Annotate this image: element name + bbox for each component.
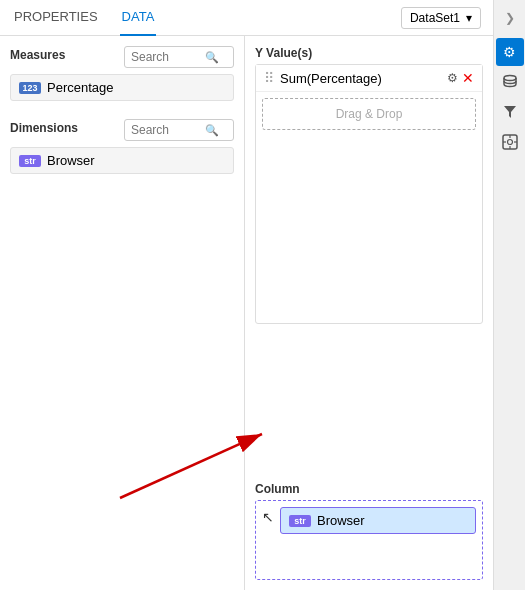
settings-sidebar-icon[interactable]: ⚙ bbox=[496, 38, 524, 66]
svg-marker-3 bbox=[504, 106, 516, 118]
sum-item-close-icon[interactable]: ✕ bbox=[462, 70, 474, 86]
cursor-icon: ↖ bbox=[262, 509, 274, 525]
filter-sidebar-icon[interactable] bbox=[496, 98, 524, 126]
column-drop-area[interactable]: ↖ str Browser bbox=[255, 500, 483, 580]
dimensions-field-browser[interactable]: str Browser bbox=[10, 147, 234, 174]
dimensions-search-icon: 🔍 bbox=[205, 124, 219, 137]
dataset-dropdown[interactable]: DataSet1 ▾ bbox=[401, 7, 481, 29]
measures-search-input[interactable] bbox=[131, 50, 201, 64]
dimensions-section: Dimensions 🔍 str Browser bbox=[10, 119, 234, 174]
sum-item-left: ⠿ Sum(Percentage) bbox=[264, 70, 382, 86]
svg-point-5 bbox=[507, 140, 512, 145]
database-sidebar-icon[interactable] bbox=[496, 68, 524, 96]
svg-point-2 bbox=[504, 76, 516, 81]
tab-properties[interactable]: PROPERTIES bbox=[12, 0, 100, 36]
column-badge: str bbox=[289, 515, 311, 527]
tab-data[interactable]: DATA bbox=[120, 0, 157, 36]
measures-label: Measures bbox=[10, 48, 65, 62]
dataset-label: DataSet1 bbox=[410, 11, 460, 25]
column-field-name: Browser bbox=[317, 513, 365, 528]
measures-field-name: Percentage bbox=[47, 80, 114, 95]
dimensions-search-box[interactable]: 🔍 bbox=[124, 119, 234, 141]
dataset-selector: DataSet1 ▾ bbox=[401, 7, 481, 29]
right-sidebar: ❯ ⚙ bbox=[493, 0, 525, 590]
panels: Measures 🔍 123 Percentage bbox=[0, 36, 493, 590]
y-values-label: Y Value(s) bbox=[255, 46, 483, 60]
measures-section: Measures 🔍 123 Percentage bbox=[10, 46, 234, 101]
sum-item-gear-icon[interactable]: ⚙ bbox=[447, 71, 458, 85]
drag-handle-icon: ⠿ bbox=[264, 70, 274, 86]
measures-field-percentage[interactable]: 123 Percentage bbox=[10, 74, 234, 101]
sum-item-text: Sum(Percentage) bbox=[280, 71, 382, 86]
panels-wrapper: Measures 🔍 123 Percentage bbox=[0, 36, 493, 590]
left-panel: Measures 🔍 123 Percentage bbox=[0, 36, 245, 590]
measures-header: Measures 🔍 bbox=[10, 46, 234, 68]
column-label: Column bbox=[255, 482, 483, 496]
dimensions-header: Dimensions 🔍 bbox=[10, 119, 234, 141]
y-values-drop-area[interactable]: ⠿ Sum(Percentage) ⚙ ✕ Drag & Drop bbox=[255, 64, 483, 324]
y-values-section: Y Value(s) ⠿ Sum(Percentage) ⚙ ✕ bbox=[255, 46, 483, 472]
measures-badge: 123 bbox=[19, 82, 41, 94]
measures-search-box[interactable]: 🔍 bbox=[124, 46, 234, 68]
y-values-drag-drop[interactable]: Drag & Drop bbox=[262, 98, 476, 130]
dropdown-arrow-icon: ▾ bbox=[466, 11, 472, 25]
column-section: Column ↖ str Browser bbox=[255, 482, 483, 580]
dimensions-label: Dimensions bbox=[10, 121, 78, 135]
sum-item: ⠿ Sum(Percentage) ⚙ ✕ bbox=[256, 65, 482, 92]
measures-search-icon: 🔍 bbox=[205, 51, 219, 64]
edit-settings-sidebar-icon[interactable] bbox=[496, 128, 524, 156]
dimensions-field-name: Browser bbox=[47, 153, 95, 168]
right-panel: Y Value(s) ⠿ Sum(Percentage) ⚙ ✕ bbox=[245, 36, 493, 590]
collapse-sidebar-icon[interactable]: ❯ bbox=[496, 4, 524, 32]
column-field-browser[interactable]: str Browser bbox=[280, 507, 476, 534]
dimensions-search-input[interactable] bbox=[131, 123, 201, 137]
dimensions-badge: str bbox=[19, 155, 41, 167]
tab-bar: PROPERTIES DATA DataSet1 ▾ bbox=[0, 0, 493, 36]
